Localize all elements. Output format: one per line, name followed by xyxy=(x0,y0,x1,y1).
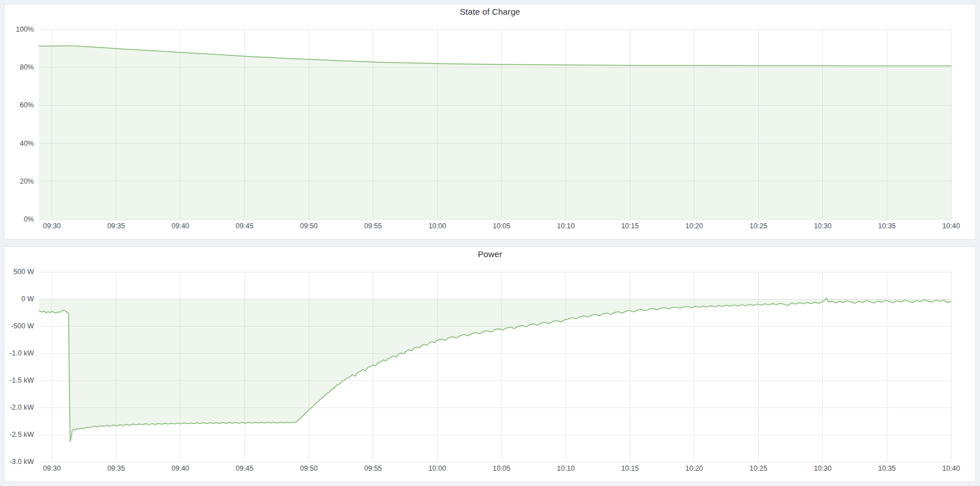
power-chart[interactable]: 500 W0 W-500 W-1.0 kW-1.5 kW-2.0 kW-2.5 … xyxy=(5,261,975,478)
x-tick-label: 10:20 xyxy=(685,465,703,472)
y-axis: 100%80%60%40%20%0% xyxy=(16,25,34,223)
x-tick-label: 09:35 xyxy=(107,222,125,230)
x-tick-label: 10:05 xyxy=(493,222,510,230)
y-tick-label: -500 W xyxy=(11,322,34,330)
y-tick-label: 80% xyxy=(20,63,34,71)
y-tick-label: 500 W xyxy=(14,268,34,276)
series-area xyxy=(39,46,951,219)
x-tick-label: 09:40 xyxy=(171,222,189,230)
x-tick-label: 10:40 xyxy=(942,222,960,230)
x-tick-label: 10:15 xyxy=(621,222,638,230)
x-tick-label: 09:55 xyxy=(364,222,382,230)
y-axis: 500 W0 W-500 W-1.0 kW-1.5 kW-2.0 kW-2.5 … xyxy=(10,268,34,466)
x-tick-label: 10:20 xyxy=(685,222,703,230)
y-tick-label: 40% xyxy=(20,140,34,147)
panel-title[interactable]: State of Charge xyxy=(5,5,975,18)
x-tick-label: 09:50 xyxy=(300,222,317,230)
x-tick-label: 09:30 xyxy=(43,222,61,230)
x-tick-label: 10:40 xyxy=(942,465,960,472)
x-tick-label: 09:45 xyxy=(236,465,253,472)
x-tick-label: 10:15 xyxy=(621,465,638,472)
panel-state-of-charge: State of Charge 100%80%60%40%20%0%09:300… xyxy=(4,4,976,240)
x-tick-label: 10:35 xyxy=(878,222,896,230)
x-axis: 09:3009:3509:4009:4509:5009:5510:0010:05… xyxy=(43,222,960,230)
x-tick-label: 10:10 xyxy=(557,465,575,472)
x-tick-label: 09:40 xyxy=(171,465,189,472)
y-tick-label: -1.5 kW xyxy=(10,376,34,384)
x-tick-label: 09:30 xyxy=(43,465,61,472)
x-tick-label: 10:35 xyxy=(878,465,896,472)
x-tick-label: 10:25 xyxy=(750,465,767,472)
panel-power: Power 500 W0 W-500 W-1.0 kW-1.5 kW-2.0 k… xyxy=(4,246,976,482)
y-tick-label: -3.0 kW xyxy=(10,458,34,466)
x-axis: 09:3009:3509:4009:4509:5009:5510:0010:05… xyxy=(43,465,960,472)
y-tick-label: 60% xyxy=(20,101,34,109)
x-tick-label: 10:25 xyxy=(750,222,767,230)
x-tick-label: 10:00 xyxy=(429,222,446,230)
soc-chart[interactable]: 100%80%60%40%20%0%09:3009:3509:4009:4509… xyxy=(5,18,975,236)
x-tick-label: 10:10 xyxy=(557,222,575,230)
y-tick-label: 100% xyxy=(16,25,34,33)
x-tick-label: 10:05 xyxy=(493,465,510,472)
x-tick-label: 10:00 xyxy=(429,465,446,472)
panel-title[interactable]: Power xyxy=(5,247,975,261)
y-tick-label: -2.5 kW xyxy=(10,431,34,439)
x-tick-label: 09:35 xyxy=(107,465,125,472)
x-tick-label: 09:45 xyxy=(236,222,253,230)
x-tick-label: 09:50 xyxy=(300,465,317,472)
y-tick-label: -1.0 kW xyxy=(10,349,34,357)
y-tick-label: 20% xyxy=(20,177,34,185)
x-tick-label: 10:30 xyxy=(814,465,831,472)
x-tick-label: 09:55 xyxy=(364,465,382,472)
y-tick-label: 0 W xyxy=(21,295,34,303)
series-area xyxy=(39,298,951,442)
x-tick-label: 10:30 xyxy=(814,222,831,230)
y-tick-label: 0% xyxy=(24,215,34,223)
y-tick-label: -2.0 kW xyxy=(10,403,34,411)
